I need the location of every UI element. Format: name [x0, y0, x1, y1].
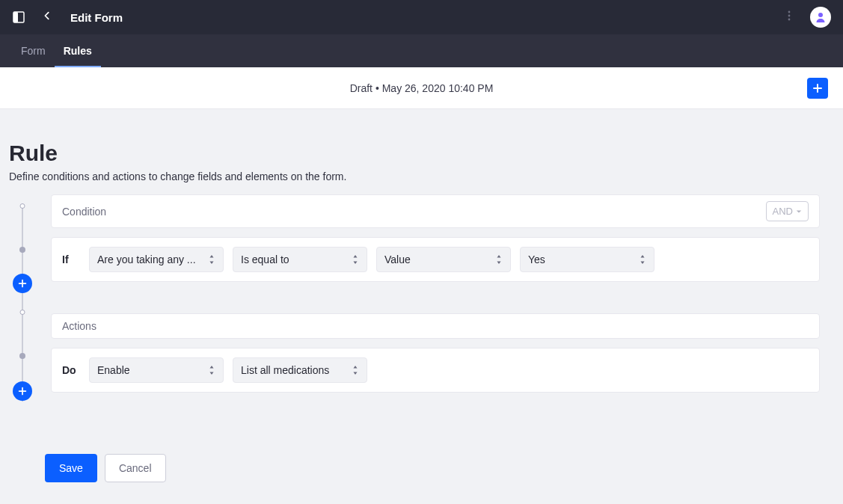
panel-toggle-icon[interactable]	[12, 10, 25, 24]
timeline-dot	[19, 353, 25, 359]
action-row: Do Enable List all medications	[51, 348, 820, 393]
sort-icon	[208, 366, 215, 375]
timeline-dot	[19, 247, 25, 253]
avatar[interactable]	[810, 7, 831, 28]
add-action-button[interactable]	[13, 381, 32, 401]
add-rule-button[interactable]	[807, 78, 828, 99]
condition-join-button[interactable]: AND	[766, 201, 809, 221]
svg-point-4	[788, 19, 791, 21]
condition-label: Condition	[62, 206, 106, 218]
do-target-select[interactable]: List all medications	[233, 357, 367, 383]
if-value-type-select[interactable]: Value	[376, 247, 511, 272]
footer-buttons: Save Cancel	[9, 454, 828, 482]
condition-row: If Are you taking any ... Is equal to Va…	[51, 237, 820, 282]
kebab-icon[interactable]	[783, 10, 798, 25]
status-text: Draft • May 26, 2020 10:40 PM	[350, 82, 494, 94]
caret-down-icon	[796, 209, 802, 215]
back-icon[interactable]	[42, 10, 55, 24]
actions-header: Actions	[51, 313, 820, 339]
condition-header: Condition AND	[51, 194, 820, 228]
timeline-dot	[20, 310, 25, 315]
main-content: Rule Define conditions and actions to ch…	[0, 109, 843, 497]
sort-icon	[352, 366, 359, 375]
sort-icon	[208, 255, 215, 264]
tab-rules[interactable]: Rules	[55, 34, 101, 67]
if-operator-select[interactable]: Is equal to	[233, 247, 367, 272]
rule-heading: Rule	[9, 141, 828, 166]
sort-icon	[495, 255, 503, 264]
if-label: If	[62, 253, 80, 265]
status-bar: Draft • May 26, 2020 10:40 PM	[0, 67, 843, 109]
svg-point-5	[818, 13, 823, 17]
app-header: Edit Form	[0, 0, 843, 34]
if-field-select[interactable]: Are you taking any ...	[89, 247, 224, 272]
svg-rect-1	[13, 12, 18, 22]
tabs-bar: Form Rules	[0, 34, 843, 67]
cancel-button[interactable]: Cancel	[105, 454, 166, 482]
rule-subheading: Define conditions and actions to change …	[9, 170, 828, 182]
add-condition-button[interactable]	[13, 274, 32, 293]
svg-point-2	[788, 11, 791, 13]
do-label: Do	[62, 364, 80, 376]
if-value-select[interactable]: Yes	[520, 247, 655, 272]
rule-timeline	[9, 194, 36, 402]
svg-point-3	[788, 15, 791, 17]
actions-label: Actions	[62, 320, 96, 332]
do-action-select[interactable]: Enable	[89, 357, 224, 383]
sort-icon	[352, 255, 359, 264]
sort-icon	[639, 255, 646, 264]
timeline-dot	[20, 203, 25, 209]
save-button[interactable]: Save	[45, 454, 97, 482]
page-title: Edit Form	[70, 11, 123, 24]
tab-form[interactable]: Form	[12, 34, 55, 67]
